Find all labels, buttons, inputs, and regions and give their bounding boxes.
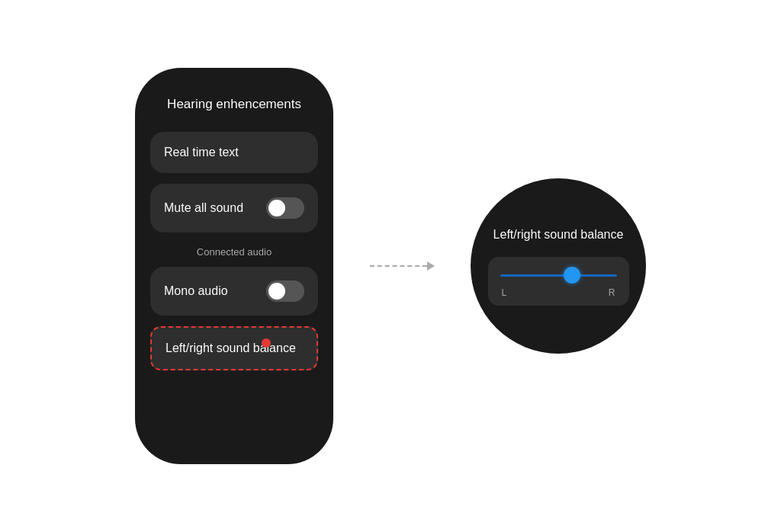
mute-all-sound-toggle[interactable] [266,197,304,219]
real-time-text-label: Real time text [164,146,239,159]
slider-thumb[interactable] [564,267,580,284]
slider-label-right: R [609,287,615,298]
mono-audio-toggle-knob [268,283,285,300]
pill-panel: Hearing enhencements Real time text Mute… [135,68,333,464]
menu-item-mute-all-sound[interactable]: Mute all sound [150,184,318,232]
circle-panel-title: Left/right sound balance [493,226,624,243]
circle-panel: Left/right sound balance L R [471,178,646,354]
mono-audio-toggle[interactable] [266,280,304,302]
dashed-line [370,265,427,267]
toggle-knob [268,200,285,216]
menu-item-mono-audio[interactable]: Mono audio [150,267,318,316]
menu-item-left-right-balance[interactable]: Left/right sound balance [150,326,318,370]
slider-track-container [500,268,617,283]
mute-all-sound-label: Mute all sound [164,201,243,215]
menu-item-real-time-text[interactable]: Real time text [150,132,318,173]
slider-track [500,274,617,277]
mono-audio-label: Mono audio [164,284,228,298]
main-container: Hearing enhencements Real time text Mute… [0,0,781,532]
left-right-balance-label: Left/right sound balance [166,341,296,354]
connected-audio-section-label: Connected audio [197,246,272,258]
dashed-arrow [370,261,435,271]
arrow-head-icon [427,261,435,271]
panel-title: Hearing enhencements [167,95,301,114]
slider-labels: L R [500,287,617,298]
slider-area: L R [488,257,629,306]
slider-label-left: L [502,287,507,298]
arrow-area [364,261,440,271]
